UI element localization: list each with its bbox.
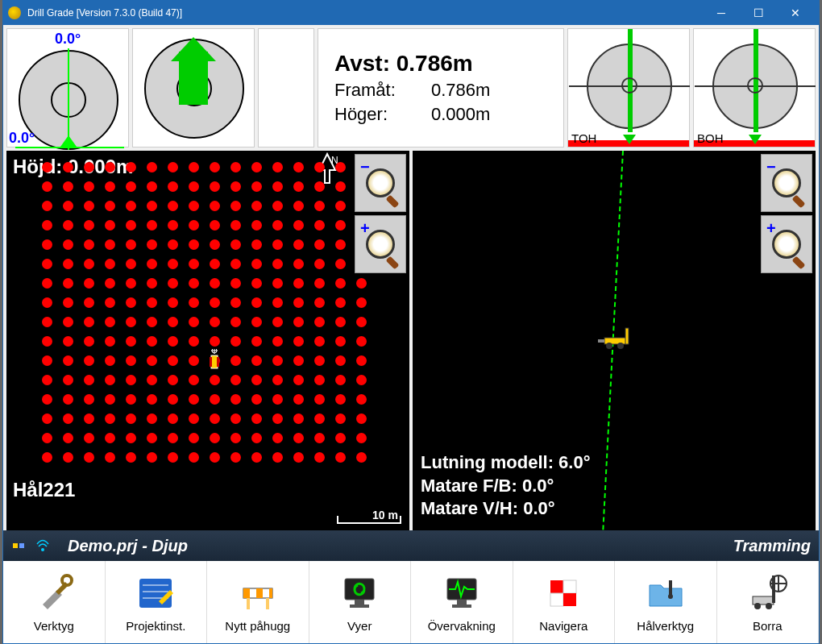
hole-grid xyxy=(42,162,367,472)
svg-rect-28 xyxy=(350,605,369,608)
svg-rect-26 xyxy=(345,579,374,600)
feeder-fb-label: Matare F/B: 0.0° xyxy=(421,475,590,498)
toh-gauge: TOH xyxy=(567,28,690,147)
toh-label: TOH xyxy=(571,131,596,145)
bottom-toolbar: Verktyg Projektinst. Nytt påhugg Vyer Öv… xyxy=(3,561,819,643)
svg-point-10 xyxy=(617,343,624,349)
blueprint-icon xyxy=(135,572,176,614)
magnifier-icon xyxy=(366,230,395,259)
incline-label: Lutning modell: 6.0° xyxy=(421,451,590,475)
plan-view[interactable]: Höjd: 0.000m N Hål221 10 m − + xyxy=(6,151,409,530)
svg-rect-24 xyxy=(247,598,250,609)
close-button[interactable]: ✕ xyxy=(777,1,814,25)
svg-point-37 xyxy=(668,594,673,599)
distance-readout: Avst: 0.786m Framåt: 0.786m Höger: 0.000… xyxy=(318,28,564,147)
drill-rig-icon xyxy=(746,572,788,614)
svg-rect-38 xyxy=(753,596,774,605)
svg-rect-23 xyxy=(269,588,272,598)
monitor-pulse-icon xyxy=(441,572,483,614)
wrench-icon xyxy=(33,572,75,614)
titlebar: Drill Grade [Version 7.3.0 (Build 47)] ─… xyxy=(3,1,819,25)
gauge-row: 0.0° 0.0° Avst: 0.786m F xyxy=(3,25,819,151)
direction-gauge xyxy=(132,28,255,147)
boh-label: BOH xyxy=(697,131,724,145)
forward-label: Framåt: xyxy=(334,80,431,101)
svg-rect-21 xyxy=(243,588,250,598)
boh-gauge: BOH xyxy=(693,28,816,147)
hole-tools-button[interactable]: Hålverktyg xyxy=(615,561,717,643)
minimize-button[interactable]: ─ xyxy=(703,1,740,25)
gauge-spacer xyxy=(258,28,314,147)
svg-point-15 xyxy=(62,575,72,585)
svg-rect-2 xyxy=(210,357,212,367)
new-cut-button[interactable]: Nytt påhugg xyxy=(207,561,309,643)
app-icon xyxy=(8,6,21,19)
maximize-button[interactable]: ☐ xyxy=(740,1,777,25)
svg-rect-3 xyxy=(217,357,219,367)
tools-button[interactable]: Verktyg xyxy=(3,561,106,643)
monitor-refresh-icon xyxy=(338,572,380,614)
app-window: Drill Grade [Version 7.3.0 (Build 47)] ─… xyxy=(2,0,820,644)
views-button[interactable]: Vyer xyxy=(309,561,412,643)
profile-zoom-in-button[interactable]: + xyxy=(761,215,812,273)
project-name: Demo.prj - Djup xyxy=(68,537,188,555)
svg-rect-35 xyxy=(563,593,576,606)
profile-view[interactable]: Lutning modell: 6.0° Matare F/B: 0.0° Ma… xyxy=(413,151,816,530)
mode-label: Tramming xyxy=(733,537,811,555)
svg-point-40 xyxy=(766,603,772,609)
profile-zoom-out-button[interactable]: − xyxy=(761,154,812,212)
distance-main: Avst: 0.786m xyxy=(334,51,547,77)
magnifier-icon xyxy=(772,230,801,259)
profile-machine-marker xyxy=(596,326,637,354)
feeder-vh-label: Matare V/H: 0.0° xyxy=(421,497,590,521)
svg-rect-13 xyxy=(19,543,24,548)
satellite-icon xyxy=(11,538,26,553)
svg-rect-12 xyxy=(13,543,18,548)
magnifier-icon xyxy=(366,168,395,197)
gauge1-bl-label: 0.0° xyxy=(9,130,35,147)
svg-rect-30 xyxy=(457,600,467,605)
svg-rect-11 xyxy=(598,339,604,343)
svg-point-9 xyxy=(606,343,612,349)
svg-point-14 xyxy=(41,548,44,551)
heading-gauge: 0.0° 0.0° xyxy=(6,28,129,147)
svg-rect-34 xyxy=(550,593,563,606)
checker-icon xyxy=(542,572,584,614)
svg-rect-8 xyxy=(625,328,629,344)
monitoring-button[interactable]: Övervakning xyxy=(411,561,513,643)
view-row: Höjd: 0.000m N Hål221 10 m − + xyxy=(3,151,819,530)
svg-rect-25 xyxy=(266,598,269,609)
project-settings-button[interactable]: Projektinst. xyxy=(106,561,208,643)
hole-label: Hål221 xyxy=(13,479,75,501)
right-label: Höger: xyxy=(334,104,431,125)
navigate-button[interactable]: Navigera xyxy=(513,561,616,643)
svg-rect-33 xyxy=(563,580,576,593)
window-title: Drill Grade [Version 7.3.0 (Build 47)] xyxy=(27,7,703,19)
plan-zoom-out-button[interactable]: − xyxy=(355,154,406,212)
svg-rect-1 xyxy=(211,355,218,368)
svg-rect-27 xyxy=(355,600,364,605)
barrier-icon xyxy=(237,572,279,614)
gauge1-top-label: 0.0° xyxy=(55,31,81,48)
svg-rect-22 xyxy=(256,588,263,598)
machine-marker xyxy=(206,349,222,373)
forward-value: 0.786m xyxy=(431,80,490,101)
signal-icon xyxy=(35,538,50,553)
svg-rect-32 xyxy=(550,580,563,593)
svg-rect-31 xyxy=(452,605,471,608)
content-area: 0.0° 0.0° Avst: 0.786m F xyxy=(3,25,819,643)
folder-drill-icon xyxy=(645,572,687,614)
drill-button[interactable]: Borra xyxy=(717,561,820,643)
profile-info: Lutning modell: 6.0° Matare F/B: 0.0° Ma… xyxy=(421,451,590,521)
plan-zoom-in-button[interactable]: + xyxy=(355,215,406,273)
magnifier-icon xyxy=(772,168,801,197)
scale-bar xyxy=(337,516,401,524)
svg-point-39 xyxy=(754,603,761,609)
status-bar: Demo.prj - Djup Tramming xyxy=(3,530,819,561)
right-value: 0.000m xyxy=(431,104,490,125)
